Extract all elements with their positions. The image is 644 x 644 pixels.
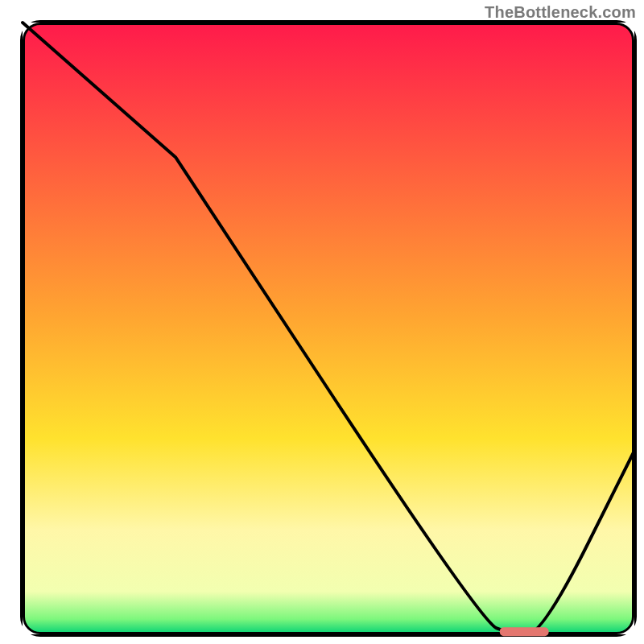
plot-background (23, 23, 634, 634)
chart-container: TheBottleneck.com (0, 0, 644, 644)
attribution-label: TheBottleneck.com (485, 3, 636, 22)
chart-svg (0, 0, 644, 644)
highlight-bar (500, 627, 549, 636)
